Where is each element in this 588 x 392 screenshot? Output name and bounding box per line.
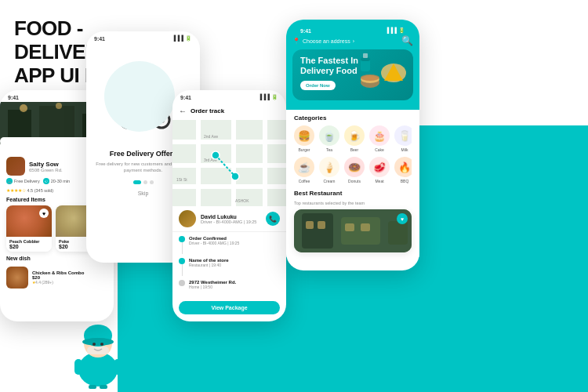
category-icon: 🍔 xyxy=(294,125,314,146)
category-icon: ☕ xyxy=(294,157,314,177)
order-now-button[interactable]: Order Now xyxy=(300,81,336,90)
order-track-header: ← Order track xyxy=(172,102,286,120)
category-coffee[interactable]: ☕ Coffee xyxy=(294,157,314,183)
back-arrow-icon[interactable]: ← xyxy=(179,107,187,115)
address-row: 📍 Choose an address › 🔍 xyxy=(292,35,413,46)
svg-rect-41 xyxy=(172,163,286,168)
category-donuts[interactable]: 🍩 Donuts xyxy=(344,157,365,183)
step-time: Restaurant | 19:40 xyxy=(189,263,280,267)
svg-rect-67 xyxy=(361,223,370,231)
time-badge: ⏱ 20-30 min xyxy=(43,178,70,184)
category-beer[interactable]: 🍺 Beer xyxy=(344,125,365,152)
restaurant-card-image xyxy=(294,209,412,252)
svg-rect-17 xyxy=(100,385,107,389)
svg-point-11 xyxy=(93,343,96,346)
driver-avatar xyxy=(179,210,196,227)
svg-point-22 xyxy=(20,104,27,112)
category-label: Donuts xyxy=(348,179,361,183)
category-icon: 🍦 xyxy=(319,157,339,177)
svg-rect-65 xyxy=(318,221,325,229)
new-dish-image xyxy=(6,267,28,289)
step-dot xyxy=(179,236,185,242)
driver-info: David Lukuku Driver - BI-4000-AMG | 19:2… xyxy=(172,206,286,232)
status-bar: 9:41 ▐▐▐ 🔋 xyxy=(86,31,200,43)
driver-id: Driver - BI-4000-AMG | 19:25 xyxy=(201,220,256,224)
phone-home: 9:41 ▐▐▐ 🔋 📍 Choose an address › 🔍 The F… xyxy=(286,20,419,270)
hero-title: The Fastest In Delivery Food xyxy=(300,56,363,76)
time: 9:41 xyxy=(94,36,105,42)
svg-rect-59 xyxy=(363,53,368,58)
map-area: 2nd Ave 3rd Ave 1St St ASHOK xyxy=(172,120,286,206)
categories-section: Categories 🍔 Burger 🍵 Tea 🍺 Beer 🎂 Cake xyxy=(294,114,412,183)
categories-title: Categories xyxy=(294,114,412,122)
category-label: Cream xyxy=(323,179,335,183)
category-icon: 🍵 xyxy=(319,125,339,146)
address-text[interactable]: 📍 Choose an address › xyxy=(292,38,354,45)
restaurant-name: Salty Sow xyxy=(29,161,63,168)
track-step-2: Name of the store Restaurant | 19:40 xyxy=(179,258,280,276)
search-icon[interactable]: 🔍 xyxy=(401,35,413,46)
svg-rect-43 xyxy=(196,120,201,206)
category-label: Burger xyxy=(298,147,310,152)
svg-rect-19 xyxy=(8,110,31,137)
svg-rect-20 xyxy=(39,106,74,137)
delivery-circle xyxy=(104,61,175,132)
signal-icons: ▐▐▐ 🔋 xyxy=(258,94,278,100)
best-restaurant-section: Best Restaurant Top restaurants selected… xyxy=(294,190,412,252)
step-time: Home | 19:50 xyxy=(189,285,280,289)
svg-rect-16 xyxy=(89,385,96,389)
favorite-button[interactable]: ♥ xyxy=(397,213,408,224)
reviews: 345 sold xyxy=(36,188,53,193)
categories-row1: 🍔 Burger 🍵 Tea 🍺 Beer 🎂 Cake 🥛 Mi xyxy=(294,125,412,152)
step-dot-col xyxy=(179,280,185,286)
category-tea[interactable]: 🍵 Tea xyxy=(319,125,339,152)
category-label: Meat xyxy=(375,179,383,183)
category-meat[interactable]: 🥩 Meat xyxy=(369,157,390,183)
hero-banner: The Fastest In Delivery Food Order Now xyxy=(292,49,413,100)
svg-rect-40 xyxy=(172,140,286,144)
step-dot-col xyxy=(179,258,185,276)
step-info: Name of the store Restaurant | 19:40 xyxy=(189,258,280,267)
best-rest-subtitle: Top restaurants selected by the team xyxy=(294,201,412,205)
step-dot xyxy=(179,258,185,264)
restaurant-card[interactable]: ♥ xyxy=(294,209,412,252)
delivery-icon: 🚲 xyxy=(6,178,13,184)
time-icon: ⏱ xyxy=(43,178,49,184)
svg-rect-45 xyxy=(263,120,267,206)
categories-row2: ☕ Coffee 🍦 Cream 🍩 Donuts 🥩 Meat 🔥 xyxy=(294,157,412,183)
svg-point-23 xyxy=(56,103,62,109)
restaurant-logo xyxy=(6,157,25,176)
view-package-button[interactable]: View Package xyxy=(179,301,280,314)
stars: ★★★★☆ xyxy=(6,188,26,193)
svg-point-10 xyxy=(82,338,114,346)
category-burger[interactable]: 🍔 Burger xyxy=(294,125,314,152)
track-step-1: Order Confirmed Driver - BI-4000 AMG | 1… xyxy=(179,236,280,254)
svg-text:1St St: 1St St xyxy=(176,177,187,182)
dot xyxy=(150,180,154,184)
step-dot-inactive xyxy=(179,280,185,286)
new-dish-rating: ★4.4 (289+) xyxy=(32,280,107,285)
category-icon: 🔥 xyxy=(394,157,412,177)
call-button[interactable]: 📞 xyxy=(266,212,280,226)
category-label: Tea xyxy=(326,147,332,152)
hero-illustration xyxy=(354,49,409,100)
category-milk[interactable]: 🥛 Milk xyxy=(394,125,412,152)
fav-button[interactable]: ♥ xyxy=(39,209,49,218)
svg-text:2nd Ave: 2nd Ave xyxy=(204,134,218,139)
svg-point-56 xyxy=(361,74,379,81)
food-label: Peach Cobbler $20 xyxy=(6,237,52,252)
svg-rect-14 xyxy=(74,359,82,375)
food-card-peach: ♥ Peach Cobbler $20 xyxy=(6,205,52,252)
category-cake[interactable]: 🎂 Cake xyxy=(369,125,390,152)
map-svg: 2nd Ave 3rd Ave 1St St ASHOK xyxy=(172,120,286,206)
order-track-title: Order track xyxy=(191,107,224,114)
driver-details: David Lukuku Driver - BI-4000-AMG | 19:2… xyxy=(201,214,256,224)
dot xyxy=(143,180,147,184)
svg-rect-63 xyxy=(388,221,408,245)
restaurant-address: 6508 Green Rd. xyxy=(29,168,63,172)
category-bbq[interactable]: 🔥 BBQ xyxy=(394,157,412,183)
signal-icons: ▐▐▐ 🔋 xyxy=(172,35,192,42)
svg-rect-42 xyxy=(172,184,286,189)
new-dish-row: Chicken & Ribs Combo $20 ★4.4 (289+) xyxy=(0,264,114,291)
category-cream[interactable]: 🍦 Cream xyxy=(319,157,339,183)
